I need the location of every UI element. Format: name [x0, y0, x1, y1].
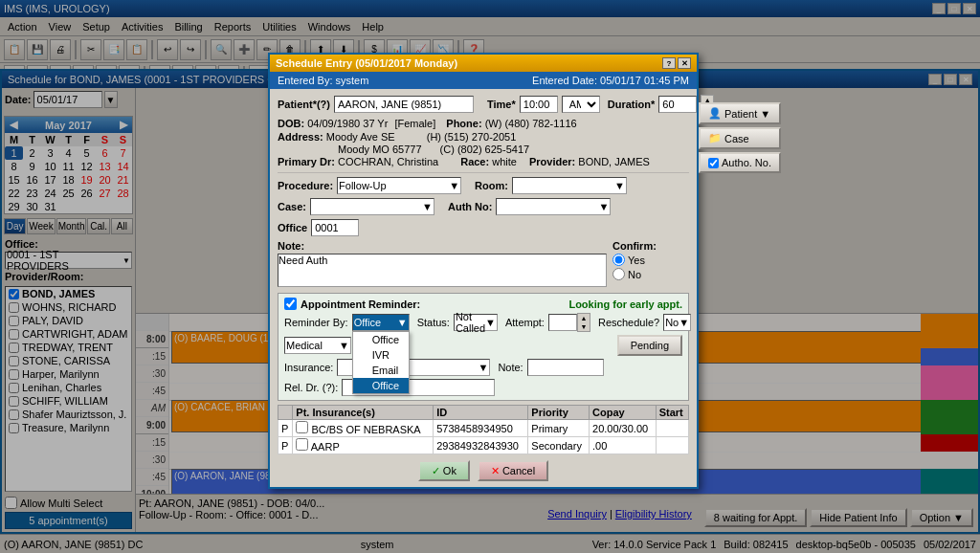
ins-row-1: P BC/BS OF NEBRASKA 5738458934950 Primar… — [278, 420, 689, 437]
dialog-close-btn[interactable]: ✕ — [678, 57, 691, 69]
ok-label: Ok — [443, 465, 457, 476]
confirm-yes-row: Yes — [612, 254, 689, 266]
ok-button[interactable]: ✓ Ok — [418, 460, 470, 481]
status-label: Status: — [417, 317, 450, 328]
ok-check-icon: ✓ — [432, 465, 440, 477]
phone-label: Phone: — [446, 118, 481, 129]
medical-combo[interactable]: Medical ▼ — [284, 337, 351, 354]
reminder-dropdown: Office IVR Email Office — [352, 331, 410, 394]
reminder-check[interactable] — [284, 298, 297, 310]
attempt-spinner[interactable]: ▲ ▼ — [577, 313, 590, 332]
room-label: Room: — [475, 180, 508, 191]
time-field[interactable] — [520, 96, 558, 113]
entered-date: Entered Date: 05/01/17 01:45 PM — [532, 75, 689, 86]
ins-check-2[interactable] — [296, 438, 308, 451]
reminder-by-label: Reminder By: — [284, 317, 348, 328]
reminder-section: Appointment Reminder: Looking for early … — [278, 293, 689, 401]
rel-dr-row: Rel. Dr. (?): — [284, 379, 682, 396]
attempt-spinner-group: ▲ ▼ — [548, 313, 590, 332]
dropdown-office-1[interactable]: Office — [353, 332, 409, 347]
insurance-row: Insurance: ▼ Note: — [284, 359, 682, 376]
procedure-row: Procedure: Follow-Up ▼ Room: ▼ — [278, 177, 689, 194]
pending-btn[interactable]: Pending — [617, 335, 682, 356]
address-value: Moody Ave SE — [326, 131, 395, 143]
patient-details: DOB: 04/09/1980 37 Yr [Female] Phone: (W… — [278, 118, 689, 168]
provider-value: BOND, JAMES — [578, 156, 650, 167]
schedule-entry-dialog: Schedule Entry (05/01/2017 Monday) ? ✕ E… — [268, 53, 699, 489]
dropdown-office-2[interactable]: Office — [353, 378, 409, 393]
address-row: Address: Moody Ave SE (H) (515) 270-2051 — [278, 131, 689, 143]
confirm-yes-radio[interactable] — [612, 254, 625, 266]
autho-check[interactable] — [708, 158, 719, 168]
patient-icon: 👤 — [708, 107, 722, 120]
patient-label: Patient*(?) — [278, 99, 330, 110]
dob-row: DOB: 04/09/1980 37 Yr [Female] Phone: (W… — [278, 118, 689, 129]
ins-type-2: P — [278, 437, 293, 454]
note-textarea[interactable]: Need Auth — [278, 254, 607, 287]
case-combo[interactable]: ▼ — [310, 198, 434, 215]
ins-priority-2: Secondary — [528, 437, 590, 454]
cancel-button[interactable]: ✕ Cancel — [478, 460, 548, 481]
status-arrow-icon: ▼ — [485, 317, 496, 328]
patient-field[interactable] — [334, 96, 474, 113]
attempt-down[interactable]: ▼ — [578, 322, 590, 331]
confirm-no-label: No — [628, 269, 641, 280]
patient-row: Patient*(?) Time* AMPM Duration* ▲ ▼ — [278, 95, 689, 114]
ins-note-field[interactable] — [527, 359, 604, 376]
reminder-by-arrow-icon: ▼ — [397, 317, 408, 328]
status-combo[interactable]: Not Called ▼ — [454, 314, 498, 331]
divider-1 — [278, 172, 689, 173]
ins-col-priority: Priority — [528, 406, 590, 420]
ampm-select[interactable]: AMPM — [562, 96, 600, 113]
reschedule-combo[interactable]: No ▼ — [663, 314, 691, 331]
cancel-x-icon: ✕ — [491, 465, 500, 477]
duration-field[interactable] — [658, 96, 697, 113]
dialog-office-field[interactable] — [311, 219, 359, 236]
phone-w: (W) (480) 782-1116 — [485, 118, 577, 129]
auth-no-combo[interactable]: ▼ — [496, 198, 611, 215]
ins-id-2: 29384932843930 — [434, 437, 528, 454]
ins-check-1[interactable] — [296, 421, 308, 433]
ins-col-start: Start — [656, 406, 688, 420]
time-label: Time* — [487, 99, 516, 110]
auth-no-arrow-icon: ▼ — [599, 201, 610, 212]
attempt-field[interactable] — [548, 314, 577, 331]
confirm-section: Confirm: Yes No — [612, 240, 689, 289]
autho-no-side-btn[interactable]: Autho. No. — [699, 152, 781, 173]
phone-c: (C) (802) 625-5417 — [440, 144, 530, 155]
case-row: Case: ▼ Auth No: ▼ — [278, 198, 689, 215]
gender-value: [Female] — [394, 118, 435, 129]
insurance-arrow-icon: ▼ — [478, 362, 488, 373]
confirm-yes-label: Yes — [628, 254, 645, 266]
case-arrow-icon: ▼ — [422, 201, 433, 212]
confirm-no-radio[interactable] — [612, 268, 625, 280]
dialog-title-text: Schedule Entry (05/01/2017 Monday) — [276, 57, 457, 69]
note-label: Note: — [278, 240, 607, 252]
room-combo[interactable]: ▼ — [512, 177, 627, 194]
dialog-title-bar: Schedule Entry (05/01/2017 Monday) ? ✕ — [270, 55, 697, 72]
procedure-combo[interactable]: Follow-Up ▼ — [337, 177, 461, 194]
dialog-office-label: Office — [278, 222, 307, 233]
ins-row-2: P AARP 29384932843930 Secondary .00 — [278, 437, 689, 454]
dialog-title-buttons: ? ✕ — [662, 57, 691, 69]
case-side-label: Case — [724, 133, 749, 144]
case-label: Case: — [278, 201, 306, 212]
cancel-label: Cancel — [502, 465, 535, 476]
patient-side-btn[interactable]: 👤 Patient ▼ — [699, 102, 781, 124]
dialog-help-btn[interactable]: ? — [662, 57, 676, 69]
address-city: Moody MO 65777 — [338, 144, 421, 155]
provider-label: Provider: — [529, 156, 575, 167]
city-row: Moody MO 65777 (C) (802) 625-5417 — [278, 144, 689, 155]
dialog-action-buttons: ✓ Ok ✕ Cancel — [278, 460, 689, 481]
ins-col-id: ID — [434, 406, 528, 420]
auth-no-label: Auth No: — [448, 201, 492, 212]
dropdown-ivr[interactable]: IVR — [353, 347, 409, 363]
case-side-btn[interactable]: 📁 Case — [699, 127, 781, 149]
dropdown-email[interactable]: Email — [353, 363, 409, 378]
case-icon: 📁 — [708, 132, 722, 144]
ins-priority-1: Primary — [528, 420, 590, 437]
reschedule-arrow-icon: ▼ — [679, 317, 689, 328]
attempt-up[interactable]: ▲ — [578, 314, 590, 322]
phone-h: (H) (515) 270-2051 — [427, 131, 517, 143]
reminder-by-combo[interactable]: Office ▼ — [352, 314, 410, 331]
